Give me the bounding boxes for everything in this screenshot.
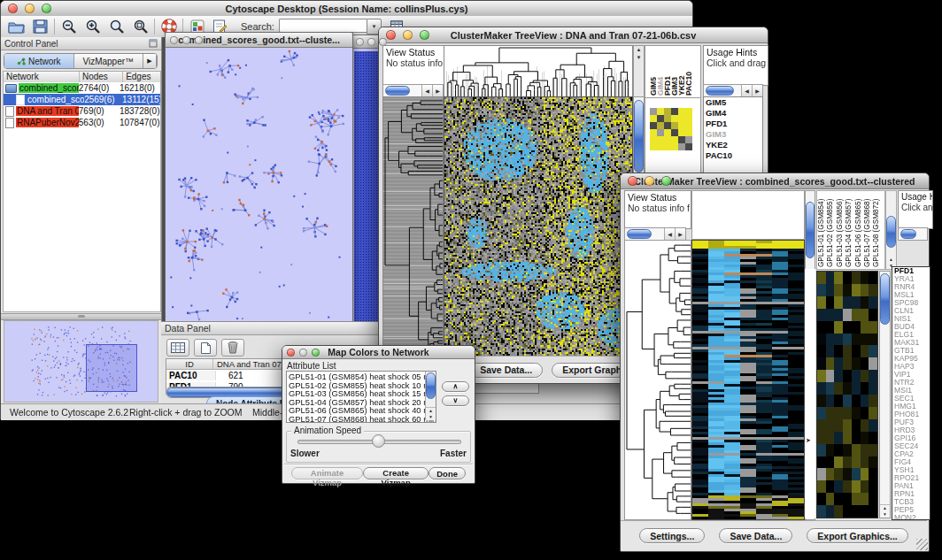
tv2-hints-scrollbar[interactable] bbox=[898, 227, 928, 241]
network-table-row[interactable]: RNAPuberNov2+ 563(0) 107847(0) bbox=[4, 117, 160, 128]
close-button[interactable] bbox=[386, 30, 396, 40]
tab-overflow-arrow[interactable]: ▶ bbox=[143, 54, 157, 68]
tv2-column-dendrogram[interactable] bbox=[691, 190, 805, 240]
network-window-titlebar[interactable]: combined_scores_good.txt--cluste... bbox=[166, 33, 352, 48]
network-item-icon bbox=[5, 106, 14, 117]
network-table-header[interactable]: Network Nodes Edges bbox=[3, 71, 161, 83]
tv2-zoom-heatmap[interactable] bbox=[816, 271, 878, 518]
network-name: combined_sco bbox=[27, 95, 84, 104]
close-button[interactable] bbox=[170, 36, 178, 44]
tv2-status-scrollbar[interactable]: ◀▶ bbox=[624, 227, 686, 241]
tv2-collabel-scrollbar[interactable]: ▲▼ bbox=[885, 190, 897, 270]
mini-heatmap-cell bbox=[678, 136, 685, 143]
tv2-action-button[interactable]: Settings... bbox=[639, 528, 705, 543]
speed-slider-thumb[interactable] bbox=[372, 434, 385, 448]
resize-grip[interactable] bbox=[916, 539, 928, 550]
birdseye-view[interactable] bbox=[4, 320, 158, 403]
network-name: RNAPuberNov2+ bbox=[16, 118, 79, 127]
move-up-button[interactable]: ∧ bbox=[442, 381, 469, 392]
tv2-gene-list[interactable]: PFD1YRA1RNR4MSL1SPC98CLN1NIS1BUD4ELG1MAK… bbox=[892, 266, 930, 520]
column-label: GPL51-06 (GSM865) bbox=[854, 191, 863, 267]
mini-heatmap-cell bbox=[671, 115, 678, 122]
new-attribute-icon[interactable] bbox=[194, 339, 217, 357]
network-edges-count: 107847(0) bbox=[120, 118, 160, 127]
network-table-row[interactable]: combined_scores 2764(0) 16218(0) bbox=[4, 82, 160, 94]
animation-speed-label: Animation Speed bbox=[291, 426, 364, 435]
zoom-button[interactable] bbox=[195, 36, 203, 44]
minimize-button[interactable] bbox=[645, 176, 654, 186]
tv1-column-dendrogram[interactable] bbox=[444, 45, 633, 97]
mini-heatmap-cell bbox=[678, 108, 685, 115]
tv1-row-dendrogram[interactable] bbox=[382, 96, 444, 357]
network-view-canvas[interactable] bbox=[166, 48, 351, 324]
close-button[interactable] bbox=[287, 349, 295, 357]
attribute-list-scrollbar[interactable]: ▲▼ bbox=[425, 372, 436, 420]
tv2-row-dendrogram[interactable] bbox=[624, 240, 691, 520]
tv2-column-labels: GPL51-01 (GSM854)GPL51-02 (GSM855)GPL51-… bbox=[816, 190, 885, 270]
network-view-window[interactable]: combined_scores_good.txt--cluste... bbox=[165, 32, 353, 326]
zoom-button[interactable] bbox=[661, 176, 671, 186]
dialog-button-bar: Animate VizmapCreate VizmapDone bbox=[282, 467, 475, 479]
close-button[interactable] bbox=[8, 4, 18, 13]
row-label: YKE2 bbox=[704, 140, 762, 150]
tv2-heatmap-canvas[interactable] bbox=[691, 240, 805, 520]
network-table-row[interactable]: DNA and Tran 07 769(0) 183728(0) bbox=[4, 105, 160, 117]
zoom-button[interactable] bbox=[42, 4, 51, 13]
tv2-zoom-vscrollbar[interactable]: ▲▼ bbox=[879, 271, 891, 518]
zoom-out-icon[interactable] bbox=[59, 19, 78, 35]
close-button[interactable] bbox=[628, 176, 637, 186]
column-label: GPL51-02 (GSM855) bbox=[826, 191, 835, 267]
treeview2-titlebar[interactable]: ClusterMaker TreeView : combined_scores_… bbox=[621, 173, 929, 189]
tv1-action-button[interactable]: Save Data... bbox=[469, 363, 543, 378]
treeview1-window-controls[interactable] bbox=[386, 30, 429, 40]
search-input[interactable] bbox=[279, 19, 367, 33]
panel-splitter[interactable] bbox=[1, 313, 161, 320]
network-window-controls[interactable] bbox=[170, 36, 203, 44]
tv1-heatmap-canvas[interactable] bbox=[444, 96, 633, 357]
dialog-titlebar[interactable]: Map Colors to Network bbox=[282, 346, 475, 359]
network-tab-icon bbox=[17, 58, 26, 65]
select-attributes-icon[interactable] bbox=[166, 339, 189, 357]
tv2-action-button[interactable]: Export Graphics... bbox=[807, 528, 907, 543]
tv1-hints-scrollbar[interactable]: ◀▶ bbox=[703, 84, 763, 97]
main-titlebar[interactable]: Cytoscape Desktop (Session Name: collins… bbox=[1, 1, 692, 17]
zoom-button[interactable] bbox=[420, 30, 429, 40]
attribute-listbox[interactable]: GPL51-01 (GSM854) heat shock 05 minGPL51… bbox=[286, 371, 436, 423]
minimize-button[interactable] bbox=[25, 4, 35, 13]
open-session-icon[interactable] bbox=[7, 19, 26, 35]
network-edges-count: 16218(0) bbox=[120, 83, 160, 93]
window-controls[interactable] bbox=[8, 4, 51, 13]
tv2-action-button[interactable]: Save Data... bbox=[719, 528, 792, 543]
dialog-action-button[interactable]: Done bbox=[429, 467, 466, 479]
zoom-in-icon[interactable] bbox=[83, 19, 102, 35]
treeview1-titlebar[interactable]: ClusterMaker TreeView : DNA and Tran 07-… bbox=[379, 27, 768, 43]
row-label: GIM5 bbox=[704, 97, 762, 108]
tv1-status-scrollbar[interactable]: ◀▶ bbox=[382, 84, 444, 97]
move-down-button[interactable]: ∨ bbox=[442, 395, 469, 406]
tab-vizmapper[interactable]: VizMapper™ bbox=[74, 54, 144, 68]
zoom-selected-icon[interactable] bbox=[131, 19, 150, 35]
zoom-fit-icon[interactable] bbox=[107, 19, 126, 35]
tab-network[interactable]: Network bbox=[4, 54, 74, 68]
treeview2-window-controls[interactable] bbox=[628, 176, 671, 186]
mini-heatmap-cell bbox=[664, 143, 671, 150]
mini-heatmap-cell bbox=[664, 136, 671, 143]
save-session-icon[interactable] bbox=[31, 19, 50, 35]
dialog-action-button[interactable]: Create Vizmap bbox=[363, 467, 429, 479]
dialog-window-controls[interactable] bbox=[287, 349, 320, 357]
mini-heatmap-cell bbox=[664, 115, 671, 122]
minimize-button[interactable] bbox=[299, 349, 307, 357]
faster-label: Faster bbox=[440, 449, 467, 458]
tv1-tree-arrows[interactable]: ▲▼ bbox=[633, 45, 645, 97]
attribute-list-item[interactable]: GPL51-07 (GSM868) heat shock 60 min bbox=[289, 415, 434, 423]
data-panel-title: Data Panel bbox=[165, 323, 211, 334]
minimize-button[interactable] bbox=[403, 30, 413, 40]
delete-attribute-icon[interactable] bbox=[221, 339, 244, 357]
network-table-row[interactable]: combined_sco 2569(6) 13112(15) bbox=[4, 94, 160, 105]
dialog-action-button[interactable]: Animate Vizmap bbox=[291, 467, 363, 479]
minimize-button[interactable] bbox=[182, 36, 190, 44]
zoom-button[interactable] bbox=[312, 349, 320, 357]
tv1-mini-heatmap[interactable] bbox=[650, 108, 692, 150]
float-panel-icon[interactable] bbox=[149, 39, 158, 48]
treeview2-window: ClusterMaker TreeView : combined_scores_… bbox=[620, 173, 930, 552]
